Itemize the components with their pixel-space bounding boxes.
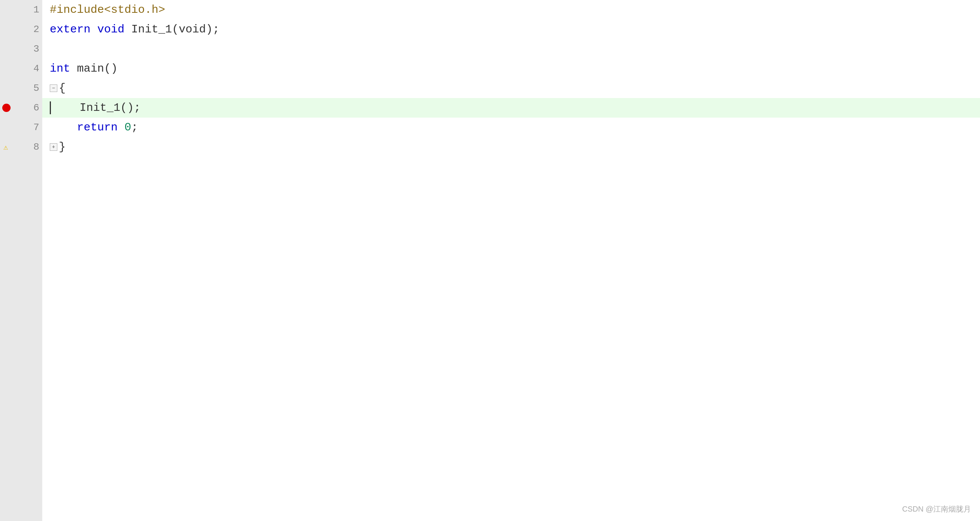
gutter-row-8: ⚠ 8 bbox=[0, 137, 42, 157]
warning-icon: ⚠ bbox=[2, 143, 10, 151]
gutter-row-5: 5 bbox=[0, 78, 42, 98]
code-area[interactable]: #include<stdio.h> extern void Init_1(voi… bbox=[42, 0, 980, 521]
code-init-call: Init_1(); bbox=[52, 102, 141, 114]
line-number-2: 2 bbox=[33, 24, 39, 35]
code-zero: 0 bbox=[124, 121, 131, 134]
code-int-keyword: int bbox=[50, 62, 77, 75]
code-open-brace: { bbox=[59, 82, 65, 95]
collapse-icon-5[interactable]: − bbox=[50, 84, 57, 92]
code-close-brace: } bbox=[59, 141, 65, 153]
line-number-8: 8 bbox=[33, 141, 39, 152]
code-semicolon-7: ; bbox=[131, 121, 138, 134]
gutter-row-4: 4 bbox=[0, 59, 42, 78]
line-number-6: 6 bbox=[33, 102, 39, 113]
line-number-7: 7 bbox=[33, 122, 39, 133]
gutter-row-3: 3 bbox=[0, 39, 42, 59]
code-line-4: int main() bbox=[42, 59, 980, 78]
code-extern-keyword: extern bbox=[50, 23, 97, 36]
code-init-func-decl: Init_1(void); bbox=[131, 23, 220, 36]
gutter-row-6: 6 bbox=[0, 98, 42, 118]
gutter-row-1: 1 bbox=[0, 0, 42, 20]
code-line-8: + } bbox=[42, 137, 980, 157]
line-number-5: 5 bbox=[33, 83, 39, 94]
code-main-func: main() bbox=[77, 62, 118, 75]
code-line-5: − { bbox=[42, 78, 980, 98]
line-number-3: 3 bbox=[33, 43, 39, 55]
line-number-gutter: 1 2 3 4 5 6 7 ⚠ 8 bbox=[0, 0, 42, 521]
code-text-1: #include<stdio.h> bbox=[50, 3, 165, 16]
code-void-keyword: void bbox=[97, 23, 131, 36]
gutter-row-2: 2 bbox=[0, 20, 42, 39]
line-number-4: 4 bbox=[33, 63, 39, 74]
watermark: CSDN @江南烟胧月 bbox=[902, 504, 971, 514]
code-line-7: return 0; bbox=[42, 118, 980, 137]
editor-container: 1 2 3 4 5 6 7 ⚠ 8 bbox=[0, 0, 980, 521]
code-line-1: #include<stdio.h> bbox=[42, 0, 980, 20]
code-line-3 bbox=[42, 39, 980, 59]
text-cursor bbox=[50, 102, 51, 114]
code-return-keyword: return bbox=[77, 121, 124, 134]
code-line-6: Init_1(); bbox=[42, 98, 980, 118]
breakpoint-icon bbox=[2, 104, 11, 112]
line-number-1: 1 bbox=[33, 4, 39, 16]
code-line-2: extern void Init_1(void); bbox=[42, 20, 980, 39]
collapse-icon-8[interactable]: + bbox=[50, 143, 57, 151]
gutter-row-7: 7 bbox=[0, 118, 42, 137]
